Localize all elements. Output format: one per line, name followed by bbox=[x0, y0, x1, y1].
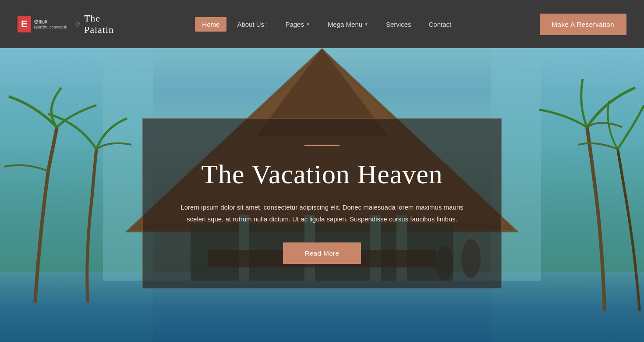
nav-services[interactable]: Services bbox=[379, 17, 418, 32]
logo-text: 资源君 eyunzhu.com/vdisk bbox=[34, 19, 67, 29]
chevron-down-icon: ▼ bbox=[306, 22, 310, 27]
main-nav: Home About Us : Pages ▼ Mega Menu ▼ Serv… bbox=[195, 17, 458, 32]
make-reservation-button[interactable]: Make A Reservation bbox=[540, 14, 626, 35]
logo-e-box: E bbox=[18, 16, 31, 32]
nav-home[interactable]: Home bbox=[195, 17, 226, 32]
logo-url: eyunzhu.com/vdisk bbox=[34, 25, 67, 29]
hero-section: The Vacation Heaven Lorem ipsum dolor si… bbox=[0, 48, 644, 342]
nav-mega-menu[interactable]: Mega Menu ▼ bbox=[321, 17, 375, 32]
nav-about[interactable]: About Us : bbox=[230, 17, 275, 32]
hero-content-box: The Vacation Heaven Lorem ipsum dolor si… bbox=[142, 118, 502, 289]
nav-contact[interactable]: Contact bbox=[422, 17, 459, 32]
header: E 资源君 eyunzhu.com/vdisk The Palatin Home… bbox=[0, 0, 644, 48]
palm-right-icon bbox=[491, 70, 644, 311]
brand-name: The Palatin bbox=[84, 13, 114, 36]
read-more-button[interactable]: Read More bbox=[283, 242, 361, 264]
palm-left-icon bbox=[0, 83, 131, 303]
diamond-icon bbox=[75, 16, 81, 32]
logo-e-letter: E bbox=[21, 18, 28, 30]
svg-marker-1 bbox=[76, 22, 79, 25]
hero-title: The Vacation Heaven bbox=[165, 159, 479, 189]
logo-chinese: 资源君 bbox=[34, 19, 67, 25]
chevron-down-icon: ▼ bbox=[364, 22, 368, 27]
logo-area: E 资源君 eyunzhu.com/vdisk The Palatin bbox=[18, 12, 114, 36]
nav-pages[interactable]: Pages ▼ bbox=[278, 17, 317, 32]
hero-description: Lorem ipsum dolor sit amet, consectetur … bbox=[173, 201, 471, 225]
hero-divider bbox=[304, 145, 340, 146]
